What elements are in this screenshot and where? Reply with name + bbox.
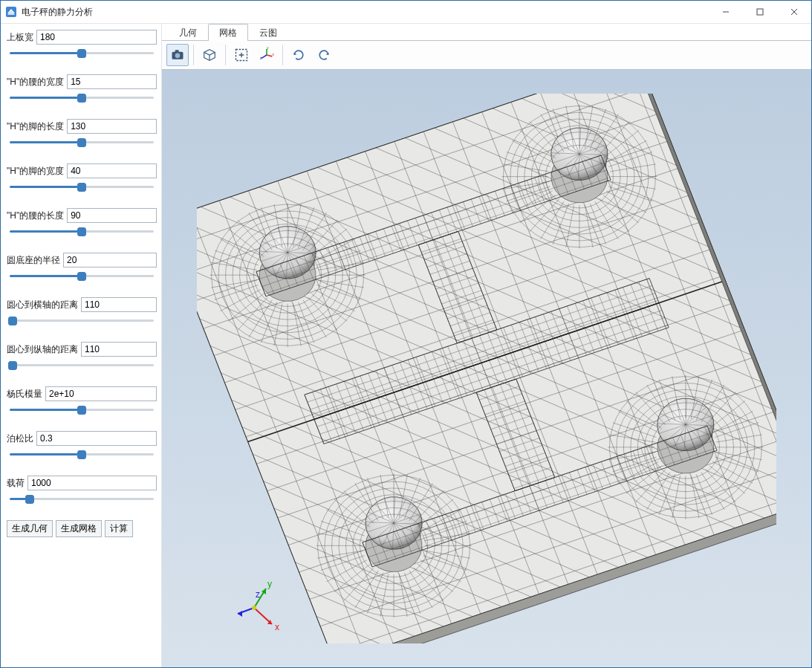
- param-row: 圆心到纵轴的距离: [7, 342, 157, 370]
- param-row: "H"的腰的宽度: [7, 74, 157, 103]
- param-input[interactable]: [36, 431, 157, 446]
- tab-bar: 几何 网格 云图: [162, 24, 811, 40]
- parameter-panel: 上板宽 "H"的腰的宽度: [1, 24, 161, 667]
- param-row: 圆底座的半径: [7, 253, 157, 281]
- svg-point-7: [175, 53, 181, 59]
- param-label: "H"的腰的宽度: [7, 76, 64, 88]
- viewport-3d[interactable]: x y z: [162, 70, 811, 667]
- param-slider[interactable]: [10, 48, 154, 58]
- svg-line-9: [267, 55, 272, 56]
- axes-icon[interactable]: x y z: [256, 44, 278, 66]
- rotate-cw-icon[interactable]: [313, 44, 335, 66]
- tab-mesh[interactable]: 网格: [208, 24, 248, 41]
- param-row: 圆心到横轴的距离: [7, 297, 157, 325]
- param-row: "H"的脚的长度: [7, 119, 157, 147]
- svg-line-11: [262, 55, 267, 59]
- param-slider[interactable]: [10, 137, 154, 147]
- param-slider[interactable]: [10, 493, 154, 504]
- svg-text:x: x: [272, 52, 274, 56]
- generate-geometry-button[interactable]: 生成几何: [7, 520, 53, 537]
- window-controls: [709, 1, 811, 23]
- param-input[interactable]: [81, 297, 157, 312]
- tab-contour[interactable]: 云图: [248, 24, 288, 41]
- param-row: "H"的脚的宽度: [7, 163, 157, 192]
- param-input[interactable]: [81, 342, 157, 357]
- camera-icon[interactable]: [166, 44, 189, 66]
- compute-button[interactable]: 计算: [105, 520, 133, 537]
- param-slider[interactable]: [10, 404, 154, 415]
- param-input[interactable]: [67, 74, 157, 89]
- param-input[interactable]: [45, 386, 157, 401]
- app-window: 电子秤的静力分析 上板宽: [0, 0, 812, 668]
- zoom-fit-icon[interactable]: [230, 44, 253, 66]
- param-row: 上板宽: [7, 30, 157, 58]
- param-row: 载荷: [7, 476, 157, 504]
- close-button[interactable]: [777, 1, 811, 23]
- viewport-toolbar: x y z: [162, 40, 811, 70]
- axis-y-label: y: [267, 579, 272, 589]
- tab-geometry[interactable]: 几何: [168, 24, 208, 41]
- param-slider[interactable]: [10, 449, 154, 459]
- generate-mesh-button[interactable]: 生成网格: [56, 520, 102, 537]
- param-slider[interactable]: [10, 92, 154, 103]
- param-label: 杨氏模量: [7, 388, 42, 401]
- param-input[interactable]: [63, 253, 157, 267]
- svg-marker-42: [238, 611, 242, 617]
- param-label: 圆心到纵轴的距离: [7, 343, 78, 356]
- window-title: 电子秤的静力分析: [22, 6, 709, 19]
- svg-text:z: z: [260, 56, 262, 60]
- param-input[interactable]: [67, 208, 157, 223]
- orientation-triad: x y z: [232, 571, 299, 638]
- param-label: 圆底座的半径: [7, 254, 60, 267]
- param-slider[interactable]: [10, 360, 154, 370]
- param-input[interactable]: [67, 163, 157, 178]
- svg-point-43: [252, 606, 256, 610]
- param-input[interactable]: [36, 30, 157, 45]
- param-slider[interactable]: [10, 270, 154, 281]
- param-row: "H"的腰的长度: [7, 208, 157, 236]
- rotate-ccw-icon[interactable]: [288, 44, 310, 66]
- param-input[interactable]: [27, 476, 157, 490]
- maximize-button[interactable]: [743, 1, 777, 23]
- param-label: 泊松比: [7, 432, 33, 445]
- param-label: "H"的脚的宽度: [7, 165, 64, 178]
- iso-box-icon[interactable]: [198, 44, 221, 66]
- main-panel: 几何 网格 云图: [161, 24, 811, 667]
- app-icon: [5, 6, 17, 18]
- param-label: 上板宽: [7, 31, 33, 44]
- param-row: 泊松比: [7, 431, 157, 459]
- param-slider[interactable]: [10, 181, 154, 192]
- axis-z-label: z: [256, 589, 260, 600]
- param-label: "H"的腰的长度: [7, 210, 64, 222]
- param-label: 圆心到横轴的距离: [7, 299, 78, 311]
- param-row: 杨氏模量: [7, 386, 157, 415]
- axis-x-label: x: [275, 622, 279, 632]
- param-label: 载荷: [7, 477, 25, 490]
- svg-marker-15: [197, 94, 776, 643]
- svg-text:y: y: [267, 47, 269, 50]
- svg-rect-2: [757, 9, 763, 15]
- title-bar: 电子秤的静力分析: [1, 1, 811, 24]
- param-slider[interactable]: [10, 315, 154, 325]
- param-input[interactable]: [67, 119, 157, 134]
- param-label: "H"的脚的长度: [7, 120, 64, 133]
- minimize-button[interactable]: [709, 1, 743, 23]
- param-slider[interactable]: [10, 226, 154, 236]
- svg-rect-6: [175, 50, 179, 52]
